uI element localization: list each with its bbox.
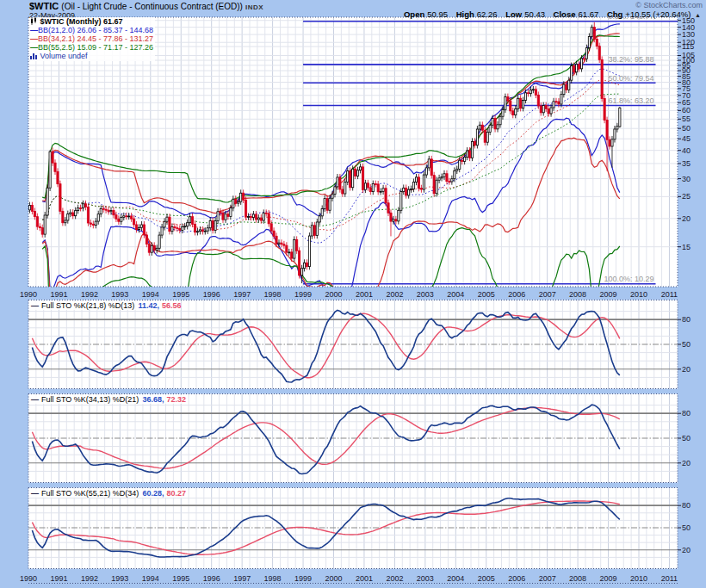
price-axis-label: 20 xyxy=(682,214,691,223)
year-axis-label: 2008 xyxy=(569,574,586,583)
year-axis-label: 1995 xyxy=(172,290,189,299)
quote-bar: Open50.95 High62.26 Low50.43 Close61.67 … xyxy=(404,9,701,19)
year-axis-label: 2004 xyxy=(447,290,464,299)
stoch2-d-value: 72.32 xyxy=(166,395,186,404)
year-axis-label: 2003 xyxy=(417,290,434,299)
fib-label: 50.0%: 79.54 xyxy=(608,74,653,83)
year-axis-label: 2003 xyxy=(417,574,434,583)
legend-row-bb1: —BB(21,2.0) 26.06 - 85.37 - 144.68 xyxy=(30,26,153,34)
close-label: Close xyxy=(554,9,576,19)
year-axis-label: 1997 xyxy=(233,290,251,299)
low-label: Low xyxy=(505,9,522,19)
price-axis-label: 115 xyxy=(682,42,694,51)
stoch-axis-label: 50 xyxy=(682,434,691,443)
close-value: 61.67 xyxy=(578,9,598,19)
year-axis-label: 1997 xyxy=(233,574,251,583)
price-axis-label: 15 xyxy=(682,243,691,251)
year-axis-label: 1990 xyxy=(20,290,37,299)
year-axis-label: 1991 xyxy=(50,290,67,299)
stoch3-k-value: 60.28, xyxy=(142,489,164,498)
symbol-description: (Oil - Light Crude - Continuous Contract… xyxy=(61,2,243,11)
stoch1-name: Full STO %K(21,8) %D(13) xyxy=(41,301,134,310)
low-value: 50.43 xyxy=(524,9,545,19)
price-axis-label: 45 xyxy=(682,134,691,143)
open-value: 50.95 xyxy=(427,9,448,19)
exchange-label: INDX xyxy=(245,3,263,11)
bb3-legend-text: BB(55,2.5) 15.09 - 71.17 - 127.26 xyxy=(38,43,153,52)
bb3-line-swatch: — xyxy=(30,43,38,52)
price-axis-label: 25 xyxy=(682,192,691,201)
open-label: Open xyxy=(404,9,424,19)
year-axis-label: 1991 xyxy=(50,574,67,583)
price-axis-label: 40 xyxy=(682,146,691,155)
bb2-legend-text: BB(34,2.1) 24.45 - 77.86 - 131.27 xyxy=(38,34,153,43)
volume-legend-text: Volume undef xyxy=(40,52,88,60)
year-axis-label: 1992 xyxy=(81,574,98,583)
legend-row-bb2: —BB(34,2.1) 24.45 - 77.86 - 131.27 xyxy=(30,34,153,43)
stoch2-name: Full STO %K(34,13) %D(21) xyxy=(41,395,139,404)
year-axis-label: 2010 xyxy=(630,574,647,583)
year-axis-label: 2000 xyxy=(325,290,342,299)
year-axis-label: 2001 xyxy=(356,574,373,583)
symbol-label: $WTIC xyxy=(29,1,59,11)
year-axis-label: 1993 xyxy=(111,574,128,583)
year-axis-label: 1994 xyxy=(142,290,159,299)
year-axis-label: 2011 xyxy=(661,574,678,583)
year-axis-label: 2002 xyxy=(386,574,403,583)
bb1-legend-text: BB(21,2.0) 26.06 - 85.37 - 144.68 xyxy=(38,26,153,34)
year-axis-label: 1992 xyxy=(81,290,98,299)
year-axis-label: 2011 xyxy=(661,290,678,299)
fib-label: 61.8%: 63.20 xyxy=(608,96,653,105)
fib-label: 100.0%: 10.29 xyxy=(604,275,653,283)
stoch-panel-1-legend: —Full STO %K(21,8) %D(13)11.42,56.56 xyxy=(31,301,181,310)
year-axis-label: 2001 xyxy=(356,290,373,299)
change-value: +10.55 (+20.64%) xyxy=(625,9,691,19)
year-axis-label: 1995 xyxy=(172,574,189,583)
legend-row-bb3: —BB(55,2.5) 15.09 - 71.17 - 127.26 xyxy=(30,43,153,52)
year-axis-label: 1996 xyxy=(203,574,220,583)
legend-row-price: $WTIC (Monthly) 61.67 xyxy=(30,17,153,26)
year-axis-label: 2002 xyxy=(386,290,403,299)
year-axis-label: 2009 xyxy=(600,290,617,299)
stoch2-line-swatch: — xyxy=(31,395,39,404)
price-axis-label: 35 xyxy=(682,159,691,168)
stoch-axis-label: 50 xyxy=(682,340,691,349)
year-axis-label: 1994 xyxy=(142,574,159,583)
stoch1-line-swatch: — xyxy=(31,301,39,310)
year-axis-label: 1998 xyxy=(264,574,282,583)
year-axis-label: 2006 xyxy=(508,290,525,299)
year-axis-label: 2009 xyxy=(600,574,617,583)
price-axis-label: 50 xyxy=(682,124,691,133)
year-axis-label: 1990 xyxy=(20,574,37,583)
price-axis-label: 55 xyxy=(682,115,691,123)
copyright: © StockCharts.com xyxy=(635,1,703,9)
price-axis-label: 30 xyxy=(682,175,691,183)
year-axis-label: 1999 xyxy=(294,574,312,583)
stoch3-d-value: 80.27 xyxy=(166,489,186,498)
high-value: 62.26 xyxy=(477,9,498,19)
stoch3-line-swatch: — xyxy=(31,489,39,498)
year-axis-label: 2005 xyxy=(478,574,495,583)
stoch-axis-label: 20 xyxy=(682,546,691,554)
stoch1-d-value: 56.56 xyxy=(162,301,182,310)
stoch2-k-value: 36.68, xyxy=(142,395,164,404)
year-axis-label: 2005 xyxy=(478,290,495,299)
fib-label: 38.2%: 95.88 xyxy=(608,55,653,64)
stoch3-name: Full STO %K(55,21) %D(34) xyxy=(41,489,139,498)
high-label: High xyxy=(456,9,474,19)
up-arrow-icon: ▲ xyxy=(695,12,701,18)
stoch1-k-value: 11.42, xyxy=(138,301,159,310)
year-axis-label: 2008 xyxy=(569,290,586,299)
year-axis-label: 2007 xyxy=(539,290,556,299)
year-axis-label: 2000 xyxy=(325,574,342,583)
stoch-axis-label: 20 xyxy=(682,459,691,467)
legend-row-volume: Volume undef xyxy=(30,52,153,60)
year-axis-label: 2006 xyxy=(508,574,525,583)
year-axis-label: 1998 xyxy=(264,290,282,299)
chart-canvas: 0.0%: 148.7738.2%: 95.8850.0%: 79.5461.8… xyxy=(0,0,706,588)
year-axis-label: 1996 xyxy=(203,290,220,299)
chart-title: $WTIC (Oil - Light Crude - Continuous Co… xyxy=(29,1,263,11)
price-legend-text: $WTIC (Monthly) 61.67 xyxy=(40,17,123,26)
price-legend: $WTIC (Monthly) 61.67 —BB(21,2.0) 26.06 … xyxy=(30,17,155,61)
year-axis-label: 1999 xyxy=(294,290,312,299)
